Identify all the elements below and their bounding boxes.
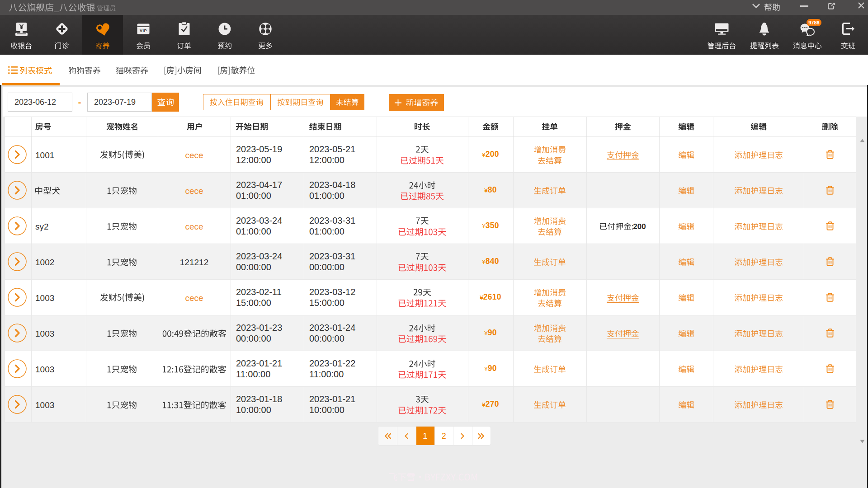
svg-text:VIP: VIP <box>140 28 147 33</box>
